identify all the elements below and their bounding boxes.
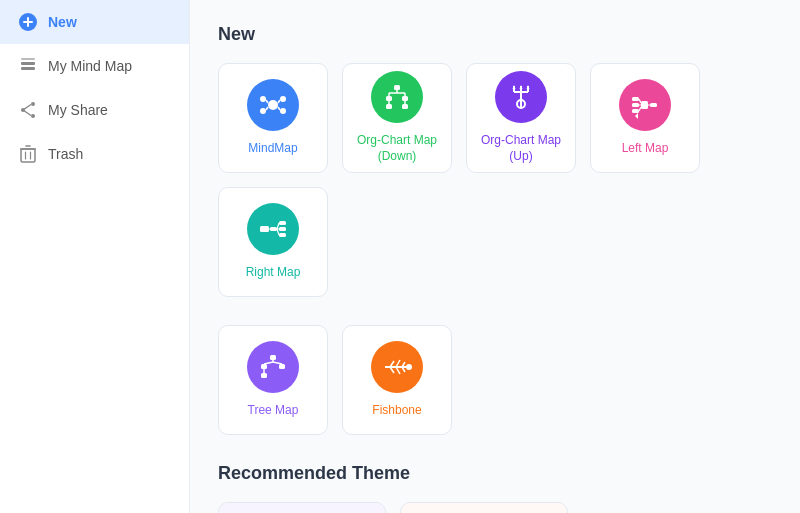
trash-icon	[18, 144, 38, 164]
fishbone-label: Fishbone	[368, 403, 425, 419]
plus-icon	[18, 12, 38, 32]
left-map-label: Left Map	[618, 141, 673, 157]
map-card-org-chart-up[interactable]: Org-Chart Map (Up)	[466, 63, 576, 173]
svg-line-52	[639, 107, 641, 111]
svg-rect-57	[279, 227, 286, 231]
svg-rect-56	[279, 221, 286, 225]
svg-line-9	[23, 105, 31, 111]
svg-rect-66	[279, 364, 285, 369]
svg-point-18	[260, 108, 266, 114]
theme-card-1[interactable]	[218, 502, 386, 513]
svg-rect-64	[270, 355, 276, 360]
svg-marker-43	[520, 85, 523, 89]
map-card-left-map[interactable]: Left Map	[590, 63, 700, 173]
left-map-icon-circle	[619, 79, 671, 131]
svg-line-61	[277, 229, 279, 235]
sidebar-new-label: New	[48, 14, 77, 30]
svg-marker-44	[527, 85, 530, 89]
fishbone-icon-circle	[371, 341, 423, 393]
svg-rect-62	[260, 226, 269, 232]
right-map-icon-circle	[247, 203, 299, 255]
svg-line-77	[396, 367, 400, 374]
sidebar-item-my-share[interactable]: My Share	[0, 88, 189, 132]
map-type-grid-row2: Tree Map Fishbone	[218, 325, 772, 435]
org-chart-down-label: Org-Chart Map(Down)	[353, 133, 441, 164]
org-chart-up-label: Org-Chart Map (Up)	[467, 133, 575, 164]
map-card-org-chart-down[interactable]: Org-Chart Map(Down)	[342, 63, 452, 173]
mindmap-icon-circle	[247, 79, 299, 131]
org-chart-up-icon-circle	[495, 71, 547, 123]
svg-rect-47	[632, 109, 639, 113]
theme-grid	[218, 502, 772, 513]
map-card-mindmap[interactable]: MindMap	[218, 63, 328, 173]
svg-rect-27	[402, 96, 408, 101]
svg-line-69	[264, 362, 273, 364]
sidebar-item-trash[interactable]: Trash	[0, 132, 189, 176]
svg-point-16	[268, 100, 278, 110]
main-content: New MindMap	[190, 0, 800, 513]
svg-point-73	[406, 364, 412, 370]
svg-point-7	[31, 114, 35, 118]
svg-rect-49	[650, 103, 657, 107]
svg-rect-98	[402, 503, 567, 513]
svg-rect-55	[270, 227, 277, 231]
svg-rect-58	[279, 233, 286, 237]
svg-point-19	[280, 96, 286, 102]
sidebar: New My Mind Map My Share	[0, 0, 190, 513]
right-map-label: Right Map	[242, 265, 305, 281]
mindmap-label: MindMap	[244, 141, 301, 157]
svg-line-24	[278, 107, 280, 110]
sidebar-item-my-mind-map[interactable]: My Mind Map	[0, 44, 189, 88]
sidebar-my-mind-map-label: My Mind Map	[48, 58, 132, 74]
theme-card-2[interactable]	[400, 502, 568, 513]
svg-line-23	[278, 100, 280, 103]
svg-line-70	[273, 362, 282, 364]
svg-line-59	[277, 223, 279, 229]
svg-line-10	[23, 110, 31, 116]
svg-line-22	[266, 107, 268, 110]
sidebar-my-share-label: My Share	[48, 102, 108, 118]
svg-rect-80	[220, 503, 385, 513]
svg-rect-32	[386, 104, 392, 109]
svg-rect-45	[632, 97, 639, 101]
svg-rect-65	[261, 364, 267, 369]
svg-rect-46	[632, 103, 639, 107]
map-card-fishbone[interactable]: Fishbone	[342, 325, 452, 435]
svg-line-76	[396, 360, 400, 367]
recommended-section-title: Recommended Theme	[218, 463, 772, 484]
map-type-grid-row1: MindMap Org-Chart Map(Dow	[218, 63, 772, 297]
tree-map-icon-circle	[247, 341, 299, 393]
map-card-tree-map[interactable]: Tree Map	[218, 325, 328, 435]
svg-rect-25	[394, 85, 400, 90]
svg-rect-5	[21, 58, 35, 60]
org-chart-down-icon-circle	[371, 71, 423, 123]
svg-rect-26	[386, 96, 392, 101]
map-card-right-map[interactable]: Right Map	[218, 187, 328, 297]
svg-marker-54	[635, 113, 638, 119]
svg-point-6	[31, 102, 35, 106]
svg-point-20	[280, 108, 286, 114]
sidebar-trash-label: Trash	[48, 146, 83, 162]
svg-rect-11	[21, 149, 35, 162]
svg-rect-67	[261, 373, 267, 378]
tree-map-label: Tree Map	[244, 403, 303, 419]
svg-rect-48	[641, 101, 648, 109]
sidebar-item-new[interactable]: New	[0, 0, 189, 44]
layers-icon	[18, 56, 38, 76]
svg-line-50	[639, 99, 641, 103]
new-section-title: New	[218, 24, 772, 45]
svg-rect-4	[21, 67, 35, 70]
svg-point-17	[260, 96, 266, 102]
svg-marker-42	[513, 85, 516, 89]
svg-rect-33	[402, 104, 408, 109]
svg-rect-3	[21, 62, 35, 65]
share-icon	[18, 100, 38, 120]
svg-line-21	[266, 100, 268, 103]
